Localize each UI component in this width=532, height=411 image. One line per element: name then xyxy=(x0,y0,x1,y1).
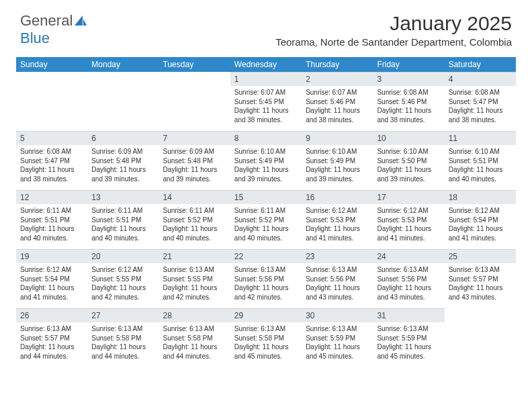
calendar-day-cell: 6Sunrise: 6:09 AMSunset: 5:48 PMDaylight… xyxy=(87,131,159,190)
calendar-day-cell: 15Sunrise: 6:11 AMSunset: 5:52 PMDayligh… xyxy=(230,190,302,249)
calendar-day-cell: 18Sunrise: 6:12 AMSunset: 5:54 PMDayligh… xyxy=(445,190,516,249)
day-number: 20 xyxy=(87,249,159,263)
weekday-header: Friday xyxy=(373,57,444,72)
title-block: January 2025 Teorama, Norte de Santander… xyxy=(275,12,512,48)
daylight-line: Daylight: 11 hours and 39 minutes. xyxy=(234,165,298,183)
calendar-day-cell: 4Sunrise: 6:08 AMSunset: 5:47 PMDaylight… xyxy=(445,72,516,131)
daylight-line: Daylight: 11 hours and 41 minutes. xyxy=(20,283,83,302)
day-number: 23 xyxy=(302,249,373,263)
day-details: Sunrise: 6:12 AMSunset: 5:54 PMDaylight:… xyxy=(445,204,516,246)
daylight-line: Daylight: 11 hours and 39 minutes. xyxy=(91,165,154,183)
day-details: Sunrise: 6:11 AMSunset: 5:51 PMDaylight:… xyxy=(87,204,159,246)
calendar-day-cell: 16Sunrise: 6:12 AMSunset: 5:53 PMDayligh… xyxy=(302,190,373,249)
sunrise-line: Sunrise: 6:12 AM xyxy=(91,265,154,275)
sunset-line: Sunset: 5:49 PM xyxy=(306,156,369,166)
day-details: Sunrise: 6:08 AMSunset: 5:46 PMDaylight:… xyxy=(373,86,444,128)
sunrise-line: Sunrise: 6:13 AM xyxy=(306,324,369,334)
day-details: Sunrise: 6:13 AMSunset: 5:59 PMDaylight:… xyxy=(373,322,444,365)
daylight-line: Daylight: 11 hours and 43 minutes. xyxy=(377,283,440,302)
day-number: 28 xyxy=(159,308,230,322)
day-details: Sunrise: 6:10 AMSunset: 5:50 PMDaylight:… xyxy=(373,145,444,187)
sunrise-line: Sunrise: 6:10 AM xyxy=(449,147,512,156)
calendar-day-cell: 21Sunrise: 6:13 AMSunset: 5:55 PMDayligh… xyxy=(159,249,230,308)
day-details: Sunrise: 6:10 AMSunset: 5:49 PMDaylight:… xyxy=(230,145,302,187)
calendar-empty-cell xyxy=(87,72,159,131)
sunset-line: Sunset: 5:54 PM xyxy=(449,216,512,225)
weekday-header-row: SundayMondayTuesdayWednesdayThursdayFrid… xyxy=(16,57,516,72)
day-details: Sunrise: 6:11 AMSunset: 5:52 PMDaylight:… xyxy=(230,204,302,246)
day-details: Sunrise: 6:07 AMSunset: 5:45 PMDaylight:… xyxy=(230,86,302,128)
header: General January 2025 Teorama, Norte de S… xyxy=(0,0,532,52)
sunrise-line: Sunrise: 6:12 AM xyxy=(377,206,440,216)
day-number: 24 xyxy=(373,249,444,263)
daylight-line: Daylight: 11 hours and 38 minutes. xyxy=(234,106,298,124)
sunset-line: Sunset: 5:56 PM xyxy=(234,275,298,284)
daylight-line: Daylight: 11 hours and 45 minutes. xyxy=(306,342,369,361)
sunset-line: Sunset: 5:50 PM xyxy=(377,156,440,166)
daylight-line: Daylight: 11 hours and 40 minutes. xyxy=(20,224,83,242)
daylight-line: Daylight: 11 hours and 45 minutes. xyxy=(234,342,298,361)
day-number: 15 xyxy=(230,190,302,204)
calendar-day-cell: 28Sunrise: 6:13 AMSunset: 5:58 PMDayligh… xyxy=(159,308,230,367)
sunrise-line: Sunrise: 6:07 AM xyxy=(234,88,298,97)
sunset-line: Sunset: 5:51 PM xyxy=(20,216,83,225)
day-number: 4 xyxy=(445,72,516,86)
day-number: 29 xyxy=(230,308,302,322)
sunrise-line: Sunrise: 6:13 AM xyxy=(377,265,440,275)
calendar-day-cell: 5Sunrise: 6:08 AMSunset: 5:47 PMDaylight… xyxy=(16,131,87,190)
calendar-day-cell: 11Sunrise: 6:10 AMSunset: 5:51 PMDayligh… xyxy=(445,131,516,190)
daylight-line: Daylight: 11 hours and 43 minutes. xyxy=(306,283,369,302)
calendar-empty-cell xyxy=(445,308,516,367)
calendar-row: 26Sunrise: 6:13 AMSunset: 5:57 PMDayligh… xyxy=(16,308,516,367)
month-title: January 2025 xyxy=(275,12,512,35)
sunset-line: Sunset: 5:46 PM xyxy=(377,97,440,107)
day-number: 14 xyxy=(159,190,230,204)
day-number: 10 xyxy=(373,131,444,145)
day-number: 22 xyxy=(230,249,302,263)
day-details: Sunrise: 6:13 AMSunset: 5:55 PMDaylight:… xyxy=(159,263,230,306)
daylight-line: Daylight: 11 hours and 39 minutes. xyxy=(163,165,226,183)
sunrise-line: Sunrise: 6:12 AM xyxy=(449,206,512,216)
daylight-line: Daylight: 11 hours and 45 minutes. xyxy=(377,342,440,361)
sunrise-line: Sunrise: 6:12 AM xyxy=(20,265,83,275)
sunset-line: Sunset: 5:55 PM xyxy=(163,275,226,284)
sunrise-line: Sunrise: 6:13 AM xyxy=(306,265,369,275)
sunset-line: Sunset: 5:47 PM xyxy=(20,156,83,166)
day-number: 31 xyxy=(373,308,444,322)
calendar-body: 1Sunrise: 6:07 AMSunset: 5:45 PMDaylight… xyxy=(16,72,516,367)
sunset-line: Sunset: 5:53 PM xyxy=(377,216,440,225)
day-number: 8 xyxy=(230,131,302,145)
sunset-line: Sunset: 5:48 PM xyxy=(163,156,226,166)
day-number: 12 xyxy=(16,190,87,204)
calendar-day-cell: 3Sunrise: 6:08 AMSunset: 5:46 PMDaylight… xyxy=(373,72,444,131)
sunset-line: Sunset: 5:51 PM xyxy=(91,216,154,225)
daylight-line: Daylight: 11 hours and 44 minutes. xyxy=(20,342,83,361)
sunrise-line: Sunrise: 6:09 AM xyxy=(163,147,226,156)
calendar-day-cell: 24Sunrise: 6:13 AMSunset: 5:56 PMDayligh… xyxy=(373,249,444,308)
weekday-header: Saturday xyxy=(445,57,516,72)
calendar-row: 1Sunrise: 6:07 AMSunset: 5:45 PMDaylight… xyxy=(16,72,516,131)
sunset-line: Sunset: 5:58 PM xyxy=(234,334,298,343)
day-number: 13 xyxy=(87,190,159,204)
weekday-header: Monday xyxy=(87,57,159,72)
sunset-line: Sunset: 5:53 PM xyxy=(306,216,369,225)
sunrise-line: Sunrise: 6:08 AM xyxy=(449,88,512,97)
sunrise-line: Sunrise: 6:13 AM xyxy=(449,265,512,275)
calendar-day-cell: 22Sunrise: 6:13 AMSunset: 5:56 PMDayligh… xyxy=(230,249,302,308)
day-details: Sunrise: 6:13 AMSunset: 5:57 PMDaylight:… xyxy=(445,263,516,306)
sunrise-line: Sunrise: 6:13 AM xyxy=(234,265,298,275)
svg-marker-1 xyxy=(83,19,87,26)
day-details: Sunrise: 6:10 AMSunset: 5:51 PMDaylight:… xyxy=(445,145,516,187)
daylight-line: Daylight: 11 hours and 40 minutes. xyxy=(234,224,298,242)
day-details: Sunrise: 6:07 AMSunset: 5:46 PMDaylight:… xyxy=(302,86,373,128)
day-number: 21 xyxy=(159,249,230,263)
sunrise-line: Sunrise: 6:08 AM xyxy=(20,147,83,156)
svg-marker-0 xyxy=(75,15,83,26)
sunset-line: Sunset: 5:57 PM xyxy=(20,334,83,343)
day-details: Sunrise: 6:13 AMSunset: 5:59 PMDaylight:… xyxy=(302,322,373,365)
calendar-day-cell: 8Sunrise: 6:10 AMSunset: 5:49 PMDaylight… xyxy=(230,131,302,190)
day-number: 7 xyxy=(159,131,230,145)
day-number: 18 xyxy=(445,190,516,204)
daylight-line: Daylight: 11 hours and 42 minutes. xyxy=(234,283,298,302)
daylight-line: Daylight: 11 hours and 38 minutes. xyxy=(449,106,512,124)
